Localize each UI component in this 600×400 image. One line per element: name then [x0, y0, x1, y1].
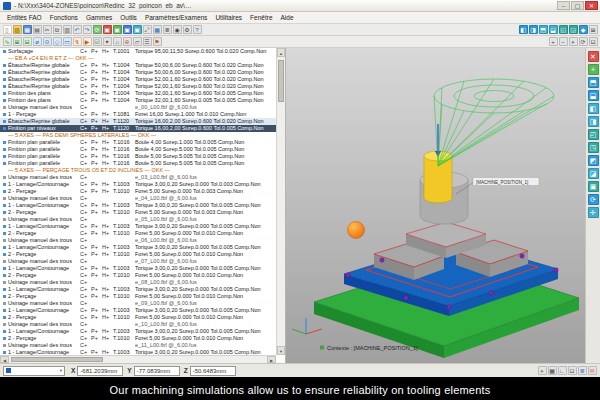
new-file-icon[interactable]: ▯ [3, 25, 12, 34]
cube-teal-icon[interactable]: ▣ [133, 25, 142, 34]
view-bottom-icon[interactable]: ⬓ [549, 25, 558, 34]
operation-row[interactable]: 2 - PerçageC+P+H+T.1010Foret 5,00 Surep.… [0, 230, 276, 237]
operation-row[interactable]: 2 - PerçageC+P+H+T.1010Foret 5,00 Surep.… [0, 314, 276, 321]
operation-row[interactable]: Ébauche/Reprise globaleC+P+H+T.1120Toriq… [0, 118, 276, 125]
viewport-3d[interactable]: [MACHINE_POSITION_1] Contexte : [MACHINE… [286, 48, 585, 363]
plane-icon[interactable]: ▱ [133, 37, 142, 46]
coord-value-x[interactable]: -681.2039mm [77, 366, 123, 376]
viewcube-bottom-icon[interactable]: ⬓ [588, 90, 599, 101]
operation-row[interactable]: Usinage manuel des trousC+e_06_L00.fbf @… [0, 237, 276, 244]
operation-row[interactable]: 1 - PerçageC+P+H+T.1081Foret 16,00 Surep… [0, 111, 276, 118]
menu-item-aide[interactable]: Aide [277, 14, 298, 21]
zoom-in-icon[interactable]: + [549, 37, 558, 46]
scroll-right-arrow[interactable]: ▶ [267, 356, 276, 363]
tapping-icon[interactable]: ⊙ [43, 37, 52, 46]
operation-row[interactable]: 2 - PerçageC+P+H+T.1010Foret 5,00 Surep.… [0, 251, 276, 258]
operation-row[interactable]: Finition plan parallèleC+P+H+T.1016Boule… [0, 139, 276, 146]
tool-library-icon[interactable]: ✦ [103, 37, 112, 46]
operation-row[interactable]: Ébauche/Reprise globaleC+P+H+T.1004Toriq… [0, 69, 276, 76]
operation-row[interactable]: 1 - Lamage/ContournageC+P+H+T.1003Toriqu… [0, 181, 276, 188]
scroll-down-arrow[interactable]: ▼ [277, 346, 285, 355]
machine-icon[interactable]: ⌂ [113, 37, 122, 46]
pan-view-icon[interactable]: ✛ [588, 207, 599, 218]
refresh-icon[interactable]: ⟳ [93, 25, 102, 34]
cube-red-icon[interactable]: ▣ [103, 25, 112, 34]
machine-selector[interactable]: ▾ [3, 366, 65, 376]
operation-row[interactable]: 2 - PerçageC+P+H+T.1010Foret 5,00 Surep.… [0, 209, 276, 216]
operation-row[interactable]: Usinage manuel des trousC+e_08_L00.fbf @… [0, 279, 276, 286]
operation-row[interactable]: Usinage manuel des trousC+e_07_L00.fbf @… [0, 258, 276, 265]
viewcube-right-icon[interactable]: ◳ [588, 142, 599, 153]
operation-row[interactable]: 1 - Lamage/ContournageC+P+H+T.1003Toriqu… [0, 223, 276, 230]
operation-row[interactable]: 1 - Lamage/ContournageC+P+H+T.1003Toriqu… [0, 307, 276, 314]
menu-item-gammes[interactable]: Gammes [82, 14, 116, 21]
simulation-play-icon[interactable]: ▶ [83, 37, 92, 46]
layer-status-icon[interactable]: ≣ [578, 366, 587, 375]
menu-item-outils[interactable]: Outils [116, 14, 141, 21]
contour-icon[interactable]: ◇ [53, 37, 62, 46]
vertical-scrollbar-thumb[interactable] [278, 60, 284, 102]
units-icon[interactable]: ⊡ [568, 366, 577, 375]
drilling-icon[interactable]: ⌀ [33, 37, 42, 46]
view-right-icon[interactable]: ◲ [569, 25, 578, 34]
vertical-scrollbar[interactable]: ▲ ▼ [276, 48, 285, 355]
section-header-row[interactable]: — 5 AXES — PAS DEMI SPHERES LATERALES — … [0, 132, 276, 139]
operation-row[interactable]: Ébauche/Reprise globaleC+P+H+T.1004Toriq… [0, 83, 276, 90]
pocket-icon[interactable]: ▭ [63, 37, 72, 46]
operation-row[interactable]: Usinage manuel des trousC+e_05_L00.fbf @… [0, 216, 276, 223]
cube-blue-icon[interactable]: ▣ [123, 25, 132, 34]
view-back-icon[interactable]: ◨ [529, 25, 538, 34]
operation-row[interactable]: Usinage manuel des trousC+e_00_L00.fbf @… [0, 104, 276, 111]
viewcube-front-icon[interactable]: ◧ [588, 103, 599, 114]
viewcube-iso3-icon[interactable]: ▣ [588, 181, 599, 192]
cube-green-icon[interactable]: ▣ [113, 25, 122, 34]
close-view-icon[interactable]: ✕ [588, 51, 599, 62]
coord-value-z[interactable]: -50.6483mm [190, 366, 236, 376]
viewcube-top-icon[interactable]: ⬒ [588, 77, 599, 88]
roughing-icon[interactable]: ⊞ [13, 37, 22, 46]
grid-icon[interactable]: ▦ [153, 25, 162, 34]
toolpath-icon[interactable]: ↯ [73, 37, 82, 46]
copy-icon[interactable]: ⧉ [53, 25, 62, 34]
operation-row[interactable]: 1 - Lamage/ContournageC+P+H+T.1003Toriqu… [0, 286, 276, 293]
horizontal-scrollbar-thumb[interactable] [11, 357, 103, 362]
operation-row[interactable]: SurfaçageC+P+H+T.1001Torique 95,00,11,50… [0, 48, 276, 55]
operation-row[interactable]: 2 - PerçageC+P+H+T.1010Foret 5,00 Surep.… [0, 335, 276, 342]
verify-icon[interactable]: ☑ [93, 37, 102, 46]
cut-icon[interactable]: ✂ [43, 25, 52, 34]
operation-row[interactable]: Finition plan parallèleC+P+H+T.1016Boule… [0, 160, 276, 167]
operation-row[interactable]: Ébauche/Reprise globaleC+P+H+T.1004Toriq… [0, 76, 276, 83]
operation-row[interactable]: Usinage manuel des trousC+e_09_L00.fbf @… [0, 300, 276, 307]
operation-row[interactable]: 1 - Lamage/ContournageC+P+H+T.1003Toriqu… [0, 244, 276, 251]
zoom-out-icon[interactable]: − [559, 37, 568, 46]
save-icon[interactable]: ▦ [23, 25, 32, 34]
operation-row[interactable]: 1 - Lamage/ContournageC+P+H+T.1003Toriqu… [0, 328, 276, 335]
camera-icon[interactable]: ◉ [173, 25, 182, 34]
minimize-button[interactable]: – [557, 1, 570, 10]
menu-item-entit-s-fao[interactable]: Entités FAO [3, 14, 46, 21]
view-front-icon[interactable]: ◧ [519, 25, 528, 34]
viewcube-iso1-icon[interactable]: ◩ [588, 155, 599, 166]
operation-row[interactable]: 1 - Lamage/ContournageC+P+H+T.1003Toriqu… [0, 202, 276, 209]
paste-icon[interactable]: ▥ [63, 25, 72, 34]
view-fit-icon[interactable]: ⊞ [589, 25, 598, 34]
print-icon[interactable]: ▤ [33, 25, 42, 34]
operation-row[interactable]: 2 - PerçageC+P+H+T.1010Foret 5,00 Surep.… [0, 272, 276, 279]
scroll-up-arrow[interactable]: ▲ [277, 48, 285, 57]
menu-item-fonctions[interactable]: Fonctions [46, 14, 82, 21]
section-header-row[interactable]: — 5 AXES — PERÇAGE TROUS O5 ET D2 INCLIN… [0, 167, 276, 174]
operation-row[interactable]: Ébauche/Reprise globaleC+P+H+T.1004Toriq… [0, 62, 276, 69]
view-left-icon[interactable]: ◱ [559, 25, 568, 34]
help-icon[interactable]: ? [193, 25, 202, 34]
scroll-left-arrow[interactable]: ◀ [0, 356, 9, 363]
menu-item-param-tres-examens[interactable]: Paramètres/Examens [141, 14, 212, 21]
operation-row[interactable]: 2 - PerçageC+P+H+T.1010Foret 5,00 Surep.… [0, 293, 276, 300]
viewcube-back-icon[interactable]: ◨ [588, 116, 599, 127]
measure-icon[interactable]: ⤢ [143, 25, 152, 34]
rotate-view-icon[interactable]: ⟳ [588, 194, 599, 205]
open-folder-icon[interactable]: ▨ [13, 25, 22, 34]
menu-item-fen-tre[interactable]: Fenêtre [246, 14, 276, 21]
maximize-button[interactable]: ▢ [571, 1, 584, 10]
view-top-icon[interactable]: ⬒ [539, 25, 548, 34]
operation-row[interactable]: Finition des plansC+P+H+T.1004Torique 32… [0, 97, 276, 104]
